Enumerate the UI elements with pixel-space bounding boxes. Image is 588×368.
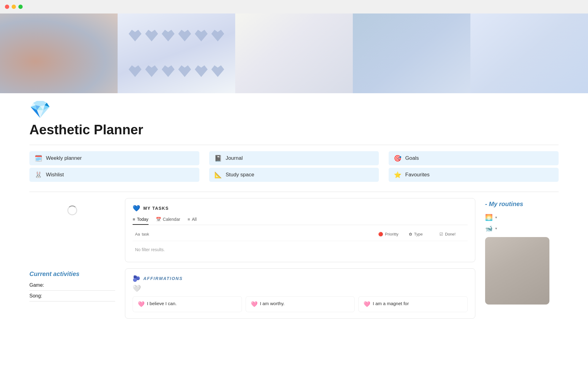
routine-icon-1: 🌅 [485,214,493,221]
nav-grid: 🗓️ Weekly planner 📓 Journal 🎯 Goals 🐰 Wi… [29,151,559,182]
no-filter-message: No filter results. [133,243,468,256]
weekly-planner-icon: 🗓️ [35,155,42,162]
nav-weekly-planner[interactable]: 🗓️ Weekly planner [29,151,199,165]
center-content: 💙 MY TASKS ≡ Today 📅 Calendar ≡ All [125,198,475,319]
routines-title: - My routines [485,201,559,208]
tab-all-icon: ≡ [187,217,190,222]
col-priority-icon: 🔴 [378,232,383,236]
affirmation-text-3: I am a magnet for [373,301,409,306]
activity-divider-2 [29,301,115,301]
routine-chevron-2: ▾ [495,226,497,231]
favourites-label: Favourites [405,172,429,178]
goals-icon: 🎯 [394,155,401,162]
affirmation-emoji-3: 🩷 [364,301,370,308]
col-priority-label: Prioritty [385,232,398,236]
weekly-planner-label: Weekly planner [46,155,82,161]
col-done: ☑ Done! [437,230,468,238]
nav-journal[interactable]: 📓 Journal [209,151,379,165]
col-done-label: Done! [445,232,456,236]
col-done-icon: ☑ [439,232,443,236]
tab-all-label: All [192,217,197,222]
col-task-label: task [142,232,149,236]
hero-image-3 [235,13,353,93]
activity-divider-1 [29,290,115,291]
routine-icon-2: 🐋 [485,225,493,232]
col-task: Aa task [133,230,376,238]
title-divider [29,145,559,145]
tab-calendar-icon: 📅 [156,217,161,222]
hero-image-1 [0,13,118,93]
affirmations-header: 🫐 AFFIRMATIONS [133,275,468,282]
tab-today[interactable]: ≡ Today [133,217,149,225]
favourites-icon: ⭐ [394,171,401,178]
affirmations-heart-icon: 🤍 [133,285,468,293]
hero-image-2 [118,13,235,93]
journal-icon: 📓 [214,155,222,162]
tasks-header: 💙 MY TASKS [133,205,468,212]
col-task-icon: Aa [135,232,140,236]
routine-row-2[interactable]: 🐋 ▾ [485,225,559,232]
wishlist-label: Wishlist [46,172,64,178]
affirmations-card: 🫐 AFFIRMATIONS 🤍 🩷 I believe I can. 🩷 I … [125,268,475,319]
col-type-icon: ✿ [409,232,412,236]
wishlist-icon: 🐰 [35,171,42,178]
affirmation-item-2: 🩷 I am worthy. [246,296,355,312]
nav-wishlist[interactable]: 🐰 Wishlist [29,168,199,182]
maximize-button[interactable] [18,5,23,9]
affirmations-title: AFFIRMATIONS [143,276,183,281]
study-space-label: Study space [226,172,254,178]
routine-chevron-1: ▾ [495,215,497,220]
tasks-tabs: ≡ Today 📅 Calendar ≡ All [133,217,468,225]
affirmation-item-3: 🩷 I am a magnet for [358,296,468,312]
goals-label: Goals [405,155,419,161]
col-type-label: Type [414,232,423,236]
tab-calendar-label: Calendar [163,217,180,222]
nav-divider [29,192,559,192]
affirmation-text-1: I believe I can. [147,301,177,306]
minimize-button[interactable] [12,5,16,9]
activity-game: Game: [29,282,115,288]
tasks-title: MY TASKS [143,206,169,211]
routine-portrait-image [485,237,549,305]
titlebar [0,0,588,13]
current-activities-title: Current activities [29,270,115,278]
journal-label: Journal [226,155,243,161]
tab-all[interactable]: ≡ All [187,217,197,225]
page-title: Aesthetic Planner [29,122,559,137]
hero-image-4 [353,13,470,93]
close-button[interactable] [5,5,9,9]
affirmation-text-2: I am worthy. [260,301,285,306]
right-sidebar: - My routines 🌅 ▾ 🐋 ▾ [485,198,559,305]
tasks-heart-icon: 💙 [133,205,140,212]
loading-spinner [67,205,77,215]
affirmation-emoji-1: 🩷 [138,301,145,308]
affirmations-grid: 🩷 I believe I can. 🩷 I am worthy. 🩷 I am… [133,296,468,312]
affirmation-emoji-2: 🩷 [251,301,258,308]
hero-banner [0,13,588,93]
col-priority: 🔴 Prioritty [376,230,406,238]
body-layout: Current activities Game: Song: 💙 MY TASK… [29,198,559,319]
main-content: 💎 Aesthetic Planner 🗓️ Weekly planner 📓 … [0,99,588,319]
tab-calendar[interactable]: 📅 Calendar [156,217,180,225]
tab-today-label: Today [137,217,148,222]
nav-goals[interactable]: 🎯 Goals [389,151,559,165]
affirmation-item-1: 🩷 I believe I can. [133,296,242,312]
tab-today-icon: ≡ [133,217,135,222]
tasks-card: 💙 MY TASKS ≡ Today 📅 Calendar ≡ All [125,198,475,262]
affirmations-blueberry-icon: 🫐 [133,275,140,282]
nav-study-space[interactable]: 📐 Study space [209,168,379,182]
nav-favourites[interactable]: ⭐ Favourites [389,168,559,182]
col-type: ✿ Type [406,230,437,238]
tasks-columns-header: Aa task 🔴 Prioritty ✿ Type ☑ Done! [133,230,468,241]
study-space-icon: 📐 [214,171,222,178]
page-icon: 💎 [29,99,559,120]
left-sidebar: Current activities Game: Song: [29,198,115,304]
routine-row-1[interactable]: 🌅 ▾ [485,214,559,221]
hero-image-5 [470,13,588,93]
activity-song: Song: [29,293,115,299]
